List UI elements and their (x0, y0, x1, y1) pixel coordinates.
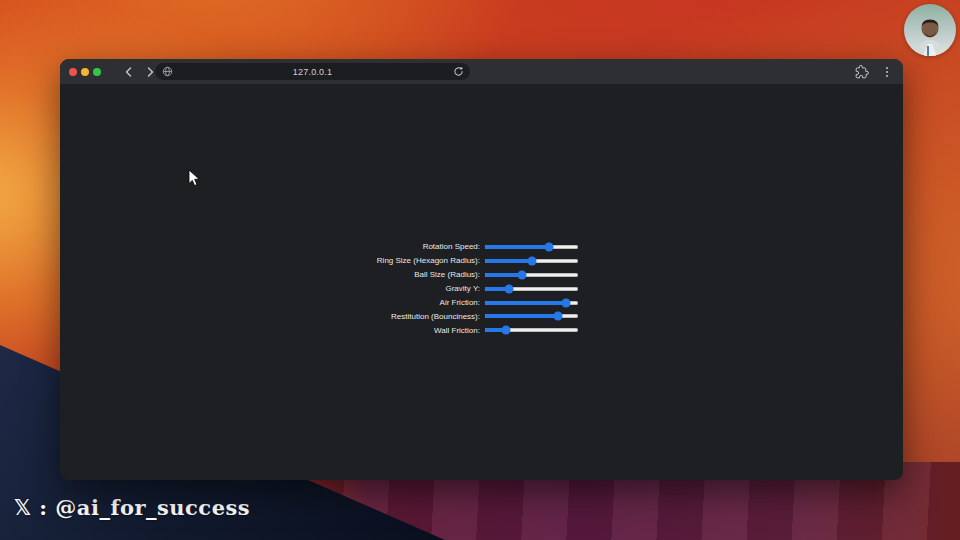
close-button[interactable] (69, 68, 77, 76)
x-logo-glyph: 𝕏 (14, 496, 31, 520)
slider-thumb[interactable] (527, 256, 536, 265)
slider-fill (485, 273, 522, 277)
browser-menu-button[interactable] (879, 64, 895, 80)
slider-track (485, 245, 578, 249)
slider-row: Ball Size (Radius): (210, 268, 578, 282)
browser-toolbar: 127.0.0.1 (60, 59, 903, 84)
slider-thumb[interactable] (505, 284, 514, 293)
wall-friction-slider[interactable] (485, 325, 578, 335)
slider-label: Wall Friction: (210, 326, 485, 335)
ring-size-slider[interactable] (485, 256, 578, 266)
nav-buttons (121, 65, 157, 79)
slider-row: Air Friction: (210, 296, 578, 310)
slider-label: Restitution (Bounciness): (210, 312, 485, 321)
kebab-menu-icon (886, 67, 888, 77)
slider-thumb[interactable] (545, 242, 554, 251)
slider-label: Gravity Y: (210, 284, 485, 293)
slider-row: Ring Size (Hexagon Radius): (210, 254, 578, 268)
slider-label: Rotation Speed: (210, 242, 485, 251)
avatar-photo-placeholder (904, 4, 956, 56)
traffic-lights (69, 68, 101, 76)
slider-fill (485, 245, 549, 249)
extensions-puzzle-icon (855, 65, 869, 79)
slider-fill (485, 259, 532, 263)
rotation-speed-slider[interactable] (485, 242, 578, 252)
air-friction-slider[interactable] (485, 298, 578, 308)
back-button[interactable] (121, 65, 135, 79)
slider-track (485, 287, 578, 291)
forward-chevron-icon (146, 67, 155, 77)
slider-track (485, 328, 578, 332)
page-content: Rotation Speed: Ring Size (Hexagon Radiu… (60, 84, 903, 480)
slider-thumb[interactable] (561, 298, 570, 307)
slider-label: Ball Size (Radius): (210, 270, 485, 279)
back-chevron-icon (124, 67, 133, 77)
slider-row: Wall Friction: (210, 323, 578, 337)
slider-fill (485, 314, 558, 318)
reload-button[interactable] (453, 66, 464, 77)
minimize-button[interactable] (81, 68, 89, 76)
slider-thumb[interactable] (502, 326, 511, 335)
slider-row: Restitution (Bounciness): (210, 309, 578, 323)
watermark: 𝕏 : @ai_for_success (14, 495, 250, 520)
browser-window: 127.0.0.1 Rotation Speed: (60, 59, 903, 480)
slider-row: Gravity Y: (210, 282, 578, 296)
restitution-slider[interactable] (485, 311, 578, 321)
slider-track (485, 273, 578, 277)
slider-label: Air Friction: (210, 298, 485, 307)
physics-controls-panel: Rotation Speed: Ring Size (Hexagon Radiu… (210, 240, 578, 337)
slider-row: Rotation Speed: (210, 240, 578, 254)
address-bar[interactable]: 127.0.0.1 (155, 63, 470, 80)
watermark-handle: : @ai_for_success (31, 495, 250, 520)
slider-thumb[interactable] (518, 270, 527, 279)
toolbar-right (854, 59, 895, 84)
url-text[interactable]: 127.0.0.1 (155, 67, 470, 77)
mouse-cursor (188, 169, 200, 187)
ball-size-slider[interactable] (485, 270, 578, 280)
fullscreen-button[interactable] (93, 68, 101, 76)
slider-fill (485, 301, 566, 305)
slider-track (485, 314, 578, 318)
reload-icon (453, 66, 464, 77)
slider-thumb[interactable] (554, 312, 563, 321)
gravity-y-slider[interactable] (485, 284, 578, 294)
extensions-button[interactable] (854, 64, 870, 80)
desktop: 𝕏 : @ai_for_success 127.0.0 (0, 0, 960, 540)
slider-label: Ring Size (Hexagon Radius): (210, 256, 485, 265)
facecam-avatar (904, 4, 956, 56)
